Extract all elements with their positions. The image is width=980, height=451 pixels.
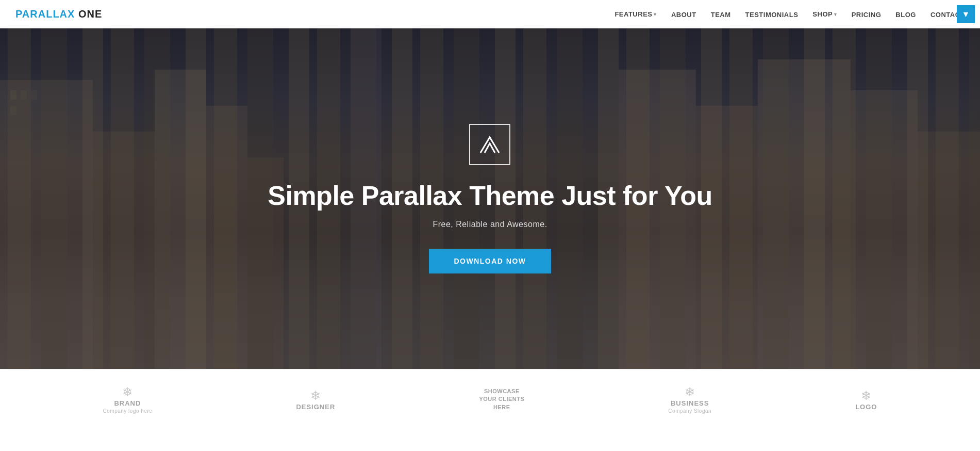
client-designer[interactable]: ❄ Designer bbox=[296, 389, 335, 411]
svg-rect-11 bbox=[10, 90, 16, 100]
brand-one-text: ONE bbox=[75, 8, 102, 20]
client-brand[interactable]: ❄ Brand Company logo here bbox=[103, 385, 153, 414]
brand-snowflake-icon: ❄ bbox=[122, 385, 132, 399]
hero-cta-button[interactable]: DOWNLOAD NOW bbox=[429, 249, 551, 273]
client-showcase[interactable]: SHOWCASEYOUR CLIENTSHERE bbox=[479, 388, 524, 411]
business-snowflake-icon: ❄ bbox=[685, 385, 695, 399]
business-sub: Company Slogan bbox=[668, 408, 711, 414]
svg-rect-8 bbox=[758, 59, 851, 369]
logo-snowflake-icon: ❄ bbox=[861, 389, 871, 403]
business-name: BUSINESS bbox=[671, 399, 709, 407]
nav-item-blog[interactable]: BLOG bbox=[895, 10, 916, 19]
logo-name: LOGO bbox=[855, 403, 877, 411]
brand-name: Brand bbox=[114, 399, 141, 407]
hero-subtitle: Free, Reliable and Awesome. bbox=[268, 220, 712, 229]
svg-rect-1 bbox=[93, 132, 155, 369]
svg-rect-10 bbox=[918, 132, 980, 369]
nav-item-pricing[interactable]: PRICING bbox=[852, 10, 882, 19]
nav-item-shop[interactable]: SHOP ▾ bbox=[812, 10, 837, 18]
nav-menu: FEATURES ▾ ABOUT TEAM TESTIMONIALS SHOP … bbox=[614, 10, 965, 19]
svg-rect-0 bbox=[0, 80, 93, 369]
hero-content: Simple Parallax Theme Just for You Free,… bbox=[268, 124, 712, 273]
nav-link-about[interactable]: ABOUT bbox=[671, 11, 696, 19]
svg-rect-3 bbox=[206, 106, 247, 369]
chevron-down-icon: ▼ bbox=[962, 10, 970, 19]
nav-link-team[interactable]: TEAM bbox=[711, 11, 731, 19]
nav-link-testimonials[interactable]: TESTIMONIALS bbox=[745, 11, 799, 19]
clients-strip: ❄ Brand Company logo here ❄ Designer SHO… bbox=[0, 369, 980, 429]
nav-link-pricing[interactable]: PRICING bbox=[852, 11, 882, 19]
shop-dropdown-arrow: ▾ bbox=[834, 12, 837, 17]
hero-logo-box bbox=[469, 124, 510, 165]
nav-link-features[interactable]: FEATURES ▾ bbox=[614, 10, 657, 18]
hero-section: Simple Parallax Theme Just for You Free,… bbox=[0, 28, 980, 369]
brand-sub: Company logo here bbox=[103, 408, 153, 414]
svg-rect-2 bbox=[155, 70, 206, 369]
svg-rect-13 bbox=[31, 90, 37, 100]
brand-logo[interactable]: PARALLAX ONE bbox=[15, 8, 102, 20]
nav-link-blog[interactable]: BLOG bbox=[895, 11, 916, 19]
svg-rect-9 bbox=[851, 90, 918, 369]
designer-snowflake-icon: ❄ bbox=[310, 389, 321, 403]
features-dropdown-arrow: ▾ bbox=[654, 12, 657, 17]
svg-rect-14 bbox=[10, 106, 16, 115]
nav-item-team[interactable]: TEAM bbox=[711, 10, 731, 19]
showcase-text: SHOWCASEYOUR CLIENTSHERE bbox=[479, 388, 524, 411]
nav-item-about[interactable]: ABOUT bbox=[671, 10, 696, 19]
svg-rect-12 bbox=[21, 90, 27, 100]
hero-logo-svg bbox=[477, 132, 502, 157]
client-business[interactable]: ❄ BUSINESS Company Slogan bbox=[668, 385, 711, 414]
designer-name: Designer bbox=[296, 403, 335, 411]
nav-item-features[interactable]: FEATURES ▾ bbox=[614, 10, 657, 18]
navbar-toggle-button[interactable]: ▼ bbox=[957, 5, 975, 23]
nav-link-shop[interactable]: SHOP ▾ bbox=[812, 10, 837, 18]
hero-title: Simple Parallax Theme Just for You bbox=[268, 181, 712, 212]
brand-parallax-text: PARALLAX bbox=[15, 8, 75, 20]
client-logo[interactable]: ❄ LOGO bbox=[855, 389, 877, 411]
nav-item-testimonials[interactable]: TESTIMONIALS bbox=[745, 10, 799, 19]
navbar: PARALLAX ONE FEATURES ▾ ABOUT TEAM TESTI… bbox=[0, 0, 980, 28]
